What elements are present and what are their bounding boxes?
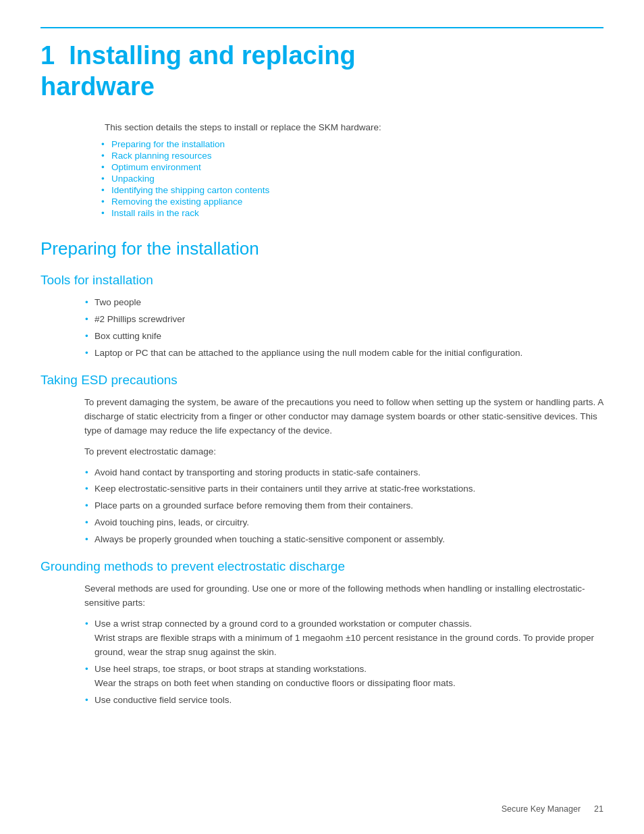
list-item: #2 Phillips screwdriver [95, 313, 603, 327]
list-item: Use a wrist strap connected by a ground … [95, 617, 603, 660]
footer-product: Secure Key Manager [502, 804, 581, 814]
list-item: Avoid touching pins, leads, or circuitry… [95, 516, 603, 530]
list-item: Laptop or PC that can be attached to the… [95, 346, 603, 361]
footer-page: 21 [594, 804, 603, 814]
list-item: Box cutting knife [95, 330, 603, 344]
page: 1 Installing and replacing hardware This… [0, 0, 644, 834]
list-item: Use heel straps, toe straps, or boot str… [95, 662, 603, 691]
list-item[interactable]: Install rails in the rack [111, 208, 603, 218]
toc-link-optimum[interactable]: Optimum environment [111, 162, 201, 172]
tools-list: Two people #2 Phillips screwdriver Box c… [41, 296, 603, 361]
subsection-grounding: Grounding methods to prevent electrostat… [41, 559, 603, 707]
esd-intro-text: To prevent damaging the system, be aware… [41, 396, 603, 438]
toc-link-unpacking[interactable]: Unpacking [111, 174, 155, 184]
list-item: Place parts on a grounded surface before… [95, 499, 603, 513]
footer: Secure Key Manager 21 [502, 804, 603, 814]
list-item: Use conductive field service tools. [95, 694, 603, 708]
chapter-number: 1 [41, 41, 55, 70]
subsection-esd: Taking ESD precautions To prevent damagi… [41, 373, 603, 547]
list-item: Keep electrostatic-sensitive parts in th… [95, 482, 603, 496]
list-item: Two people [95, 296, 603, 310]
chapter-header: 1 Installing and replacing hardware [41, 27, 603, 102]
list-item[interactable]: Preparing for the installation [111, 139, 603, 149]
chapter-title: 1 Installing and replacing hardware [41, 41, 603, 102]
toc-link-shipping[interactable]: Identifying the shipping carton contents [111, 185, 269, 195]
toc-link-rack-planning[interactable]: Rack planning resources [111, 151, 212, 161]
toc-link-removing[interactable]: Removing the existing appliance [111, 197, 242, 207]
list-item: Always be properly grounded when touchin… [95, 533, 603, 547]
esd-prevent-label: To prevent electrostatic damage: [41, 445, 603, 459]
list-item[interactable]: Rack planning resources [111, 151, 603, 161]
subsection-title-tools: Tools for installation [41, 273, 603, 288]
toc-link-preparing[interactable]: Preparing for the installation [111, 139, 225, 149]
list-item[interactable]: Optimum environment [111, 162, 603, 172]
toc-link-rails[interactable]: Install rails in the rack [111, 208, 199, 218]
grounding-intro-text: Several methods are used for grounding. … [41, 582, 603, 610]
esd-list: Avoid hand contact by transporting and s… [41, 466, 603, 548]
subsection-title-esd: Taking ESD precautions [41, 373, 603, 388]
subsection-tools: Tools for installation Two people #2 Phi… [41, 273, 603, 361]
subsection-title-grounding: Grounding methods to prevent electrostat… [41, 559, 603, 574]
section-preparing: Preparing for the installation Tools for… [41, 238, 603, 707]
section-title-preparing: Preparing for the installation [41, 238, 603, 259]
list-item: Avoid hand contact by transporting and s… [95, 466, 603, 480]
list-item[interactable]: Removing the existing appliance [111, 197, 603, 207]
list-item[interactable]: Identifying the shipping carton contents [111, 185, 603, 195]
list-item[interactable]: Unpacking [111, 174, 603, 184]
grounding-list: Use a wrist strap connected by a ground … [41, 617, 603, 708]
toc-list: Preparing for the installation Rack plan… [41, 139, 603, 218]
intro-text: This section details the steps to instal… [41, 122, 603, 132]
chapter-title-line1: Installing and replacing [69, 41, 355, 70]
chapter-title-line2: hardware [41, 72, 155, 101]
